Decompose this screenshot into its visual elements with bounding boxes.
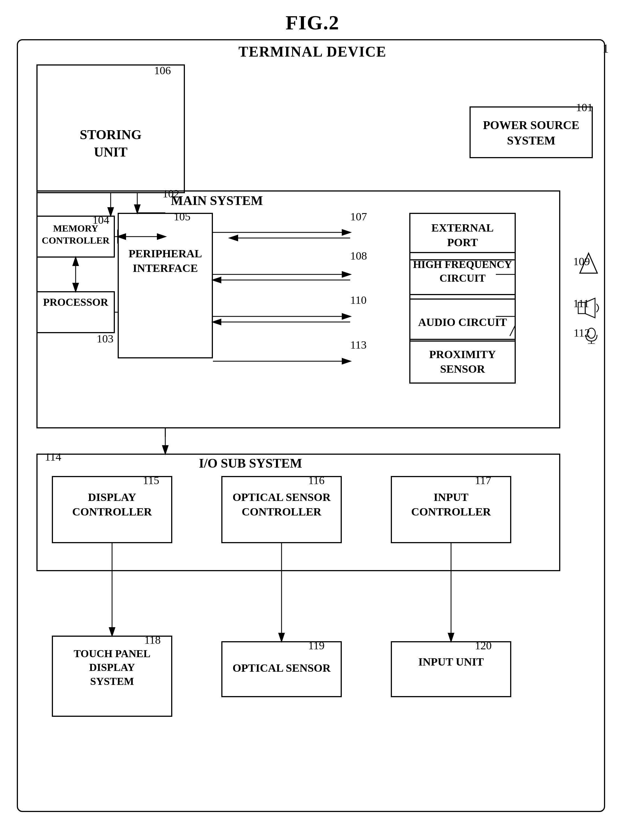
ref-119: 119 <box>308 639 325 652</box>
external-port-label: EXTERNAL PORT <box>409 215 516 250</box>
ref-114: 114 <box>45 450 61 463</box>
storing-unit-line2: UNIT <box>36 143 185 161</box>
ref-104: 104 <box>92 213 109 226</box>
ref-117: 117 <box>475 474 491 487</box>
external-port-line2: PORT <box>409 235 516 250</box>
external-port-line1: EXTERNAL <box>409 215 516 235</box>
hf-circuit-line1: HIGH FREQUENCY <box>409 252 516 271</box>
ref-105: 105 <box>174 210 191 223</box>
display-ctrl-line2: CONTROLLER <box>52 505 172 519</box>
opt-sensor-ctrl-line2: CONTROLLER <box>221 505 342 519</box>
proximity-sensor-label: PROXIMITY SENSOR <box>409 342 516 376</box>
peripheral-interface-label: PERIPHERAL INTERFACE <box>118 243 213 276</box>
input-ctrl-line2: CONTROLLER <box>391 505 511 519</box>
hf-circuit-line2: CIRCUIT <box>409 271 516 285</box>
storing-unit-label: STORING UNIT <box>36 109 185 161</box>
page: FIG.2 1 TERMINAL DEVICE STORING UNIT 106… <box>0 0 625 840</box>
ref-118: 118 <box>144 633 161 646</box>
ref-103: 103 <box>96 332 113 345</box>
antenna-icon <box>577 252 600 274</box>
input-unit-label: INPUT UNIT <box>391 655 511 668</box>
ref-110: 110 <box>350 293 367 307</box>
main-system-label: MAIN SYSTEM <box>168 193 266 208</box>
touch-panel-line3: SYSTEM <box>52 674 172 688</box>
audio-circuit-text: AUDIO CIRCUIT <box>409 298 516 330</box>
memory-line2: CONTROLLER <box>36 235 115 247</box>
svg-marker-2 <box>585 298 595 318</box>
peripheral-line1: PERIPHERAL <box>118 243 213 261</box>
peripheral-line2: INTERFACE <box>118 261 213 276</box>
hf-circuit-label: HIGH FREQUENCY CIRCUIT <box>409 252 516 285</box>
svg-marker-0 <box>580 253 597 273</box>
ref-102: 102 <box>162 187 179 200</box>
proximity-line2: SENSOR <box>409 362 516 376</box>
ref-113: 113 <box>350 338 367 352</box>
ref-115: 115 <box>143 474 159 487</box>
input-unit-box <box>391 641 511 697</box>
ref-116: 116 <box>308 474 325 487</box>
ref-108: 108 <box>350 249 367 262</box>
audio-circuit-label: AUDIO CIRCUIT <box>409 298 516 330</box>
io-subsystem-label: I/O SUB SYSTEM <box>196 456 305 471</box>
storing-unit-line1: STORING <box>36 109 185 143</box>
microphone-icon <box>583 327 600 344</box>
ref-107: 107 <box>350 210 367 223</box>
svg-point-3 <box>588 328 595 338</box>
ref-101: 101 <box>576 101 593 114</box>
input-ctrl-line1: INPUT <box>391 476 511 505</box>
figure-title: FIG.2 <box>286 11 339 34</box>
speaker-icon <box>577 297 602 319</box>
input-controller-label: INPUT CONTROLLER <box>391 476 511 519</box>
proximity-line1: PROXIMITY <box>409 342 516 362</box>
power-source-label: POWER SOURCE SYSTEM <box>470 109 593 148</box>
processor-label: PROCESSOR <box>36 296 115 308</box>
power-source-line2: SYSTEM <box>470 133 593 149</box>
peripheral-interface-box <box>118 213 213 358</box>
svg-rect-1 <box>578 302 585 314</box>
terminal-device-label: TERMINAL DEVICE <box>233 43 392 60</box>
power-source-line1: POWER SOURCE <box>470 109 593 133</box>
ref-120: 120 <box>475 639 492 652</box>
touch-panel-line2: DISPLAY <box>52 660 172 674</box>
ref-106: 106 <box>154 64 171 77</box>
